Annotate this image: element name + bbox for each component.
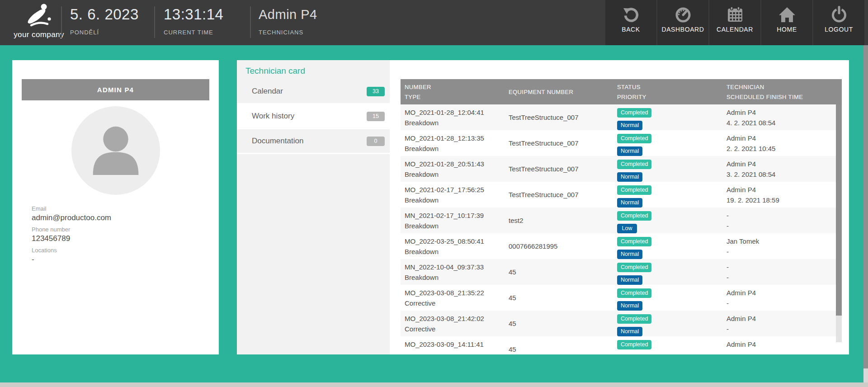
table-row[interactable]: MO_2021-02-17_17:56:25BreakdownTestTreeS… — [401, 182, 842, 208]
column-header-number-type: NUMBER TYPE — [401, 79, 505, 104]
cell-status-priority: CompletedNormal — [613, 104, 722, 130]
cell-status-priority: CompletedNormal — [613, 259, 722, 285]
column-header-line: TYPE — [405, 94, 505, 100]
table-row[interactable]: MO_2023-03-09_14:11:4145CompletedAdmin P… — [401, 336, 842, 354]
cell-technician-finish: Admin P44. 2. 2021 08:54 — [722, 104, 842, 130]
topbar-divider — [154, 6, 155, 38]
column-header-technician-finish: TECHNICIAN SCHEDULED FINISH TIME — [722, 79, 842, 104]
work-order-type: Breakdown — [405, 170, 505, 179]
page-vertical-scrollbar-thumb[interactable] — [863, 45, 868, 368]
work-order-type: Corrective — [405, 325, 505, 333]
work-order-type: Breakdown — [405, 222, 505, 230]
table-row[interactable]: MO_2021-01-28_12:13:35BreakdownTestTreeS… — [401, 130, 842, 156]
technician-name: Admin P4 — [726, 285, 842, 297]
scheduled-finish-time: 2. 2. 2021 10:45 — [726, 145, 842, 153]
cell-equipment-number: TestTreeStructuce_007 — [505, 104, 613, 130]
table-header: NUMBER TYPE EQUIPMENT NUMBER STATUS PRIO… — [401, 79, 842, 104]
current-time-label: CURRENT TIME — [164, 29, 213, 36]
menu-item-label: Calendar — [252, 87, 283, 96]
profile-field: Phone number123456789 — [32, 226, 111, 243]
work-order-number: MO_2023-03-08_21:42:02 — [405, 311, 505, 323]
home-label: HOME — [777, 26, 797, 33]
technician-detail-card: Technician card Calendar33Work history15… — [237, 60, 849, 354]
logout-button[interactable]: LOGOUT — [813, 0, 864, 45]
main-content: ADMIN P4 Emailadmin@productoo.comPhone n… — [0, 45, 863, 382]
scheduled-finish-time: 3. 2. 2021 08:54 — [726, 170, 842, 179]
home-button[interactable]: HOME — [761, 0, 812, 45]
technician-name: Admin P4 — [726, 182, 842, 194]
table-row[interactable]: MO_2023-03-08_21:42:02Corrective45Comple… — [401, 311, 842, 336]
avatar — [71, 106, 160, 195]
cell-number-type: MO_2023-03-09_14:11:41 — [401, 336, 505, 354]
work-order-number: MO_2023-03-08_21:35:22 — [405, 285, 505, 297]
priority-badge: Normal — [617, 146, 642, 156]
page-vertical-scrollbar[interactable] — [863, 45, 868, 382]
profile-field-value: 123456789 — [32, 234, 111, 243]
table-row[interactable]: MO_2021-01-28_12:04:41BreakdownTestTreeS… — [401, 104, 842, 130]
dashboard-button[interactable]: DASHBOARD — [657, 0, 708, 45]
menu-item-count-badge: 33 — [367, 87, 385, 96]
technician-name: Admin P4 — [726, 156, 842, 168]
column-header-equipment-number: EQUIPMENT NUMBER — [505, 79, 613, 104]
cell-number-type: MO_2022-03-25_08:50:41Breakdown — [401, 233, 505, 259]
company-logo-icon — [21, 3, 57, 28]
profile-field-label: Email — [32, 205, 111, 212]
menu-item-work-history[interactable]: Work history15 — [237, 104, 390, 129]
technician-name: - — [726, 208, 842, 220]
menu-list: Calendar33Work history15Documentation0 — [237, 80, 390, 154]
table-body: MO_2021-01-28_12:04:41BreakdownTestTreeS… — [401, 104, 842, 354]
cell-status-priority: CompletedNormal — [613, 156, 722, 182]
table-row[interactable]: MO_2023-03-08_21:35:22Corrective45Comple… — [401, 285, 842, 311]
cell-equipment-number: 45 — [505, 336, 613, 354]
person-icon — [87, 123, 144, 179]
page-subtitle: TECHNICIANS — [259, 29, 303, 36]
status-badge: Completed — [617, 288, 651, 298]
column-header-status-priority: STATUS PRIORITY — [613, 79, 722, 104]
cell-number-type: MN_2021-02-17_10:17:39Breakdown — [401, 208, 505, 233]
table-row[interactable]: MO_2021-01-28_20:51:43BreakdownTestTreeS… — [401, 156, 842, 182]
back-label: BACK — [622, 26, 640, 33]
menu-item-label: Documentation — [252, 137, 303, 146]
table-row[interactable]: MN_2022-10-04_09:37:33Breakdown45Complet… — [401, 259, 842, 285]
cell-status-priority: CompletedNormal — [613, 182, 722, 208]
calendar-button[interactable]: CALENDAR — [709, 0, 760, 45]
back-icon — [622, 5, 640, 24]
cell-technician-finish: Admin P4- — [722, 285, 842, 311]
profile-field: Emailadmin@productoo.com — [32, 205, 111, 222]
column-header-line: TECHNICIAN — [726, 84, 842, 90]
profile-fields: Emailadmin@productoo.comPhone number1234… — [32, 205, 111, 267]
table-scrollbar-thumb[interactable] — [836, 104, 842, 316]
cell-number-type: MO_2021-01-28_12:13:35Breakdown — [401, 130, 505, 156]
priority-badge: Normal — [617, 301, 642, 311]
cell-status-priority: CompletedNormal — [613, 130, 722, 156]
scheduled-finish-time: - — [726, 222, 842, 230]
cell-status-priority: CompletedNormal — [613, 311, 722, 336]
profile-card: ADMIN P4 Emailadmin@productoo.comPhone n… — [12, 60, 219, 354]
scheduled-finish-time: 19. 2. 2021 18:59 — [726, 196, 842, 204]
work-order-number: MN_2022-10-04_09:37:33 — [405, 259, 505, 271]
page-horizontal-scrollbar[interactable] — [0, 382, 868, 387]
status-badge: Completed — [617, 314, 651, 324]
table-row[interactable]: MN_2021-02-17_10:17:39Breakdowntest2Comp… — [401, 208, 842, 233]
profile-field: Locations- — [32, 246, 111, 264]
cell-number-type: MN_2022-10-04_09:37:33Breakdown — [401, 259, 505, 285]
table-row[interactable]: MO_2022-03-25_08:50:41Breakdown000766628… — [401, 233, 842, 259]
work-order-number: MO_2022-03-25_08:50:41 — [405, 233, 505, 245]
column-header-line: EQUIPMENT NUMBER — [509, 89, 613, 95]
profile-field-value: - — [32, 255, 111, 264]
column-header-line: STATUS — [617, 84, 722, 90]
cell-technician-finish: Admin P43. 2. 2021 08:54 — [722, 156, 842, 182]
scheduled-finish-time: - — [726, 325, 842, 333]
back-button[interactable]: BACK — [605, 0, 656, 45]
cell-equipment-number: 45 — [505, 311, 613, 336]
profile-field-label: Phone number — [32, 226, 111, 233]
menu-item-documentation[interactable]: Documentation0 — [237, 129, 390, 154]
work-order-number: MO_2021-01-28_12:04:41 — [405, 104, 505, 117]
cell-equipment-number: test2 — [505, 208, 613, 233]
cell-technician-finish: Admin P4- — [722, 311, 842, 336]
cell-number-type: MO_2021-02-17_17:56:25Breakdown — [401, 182, 505, 208]
top-nav: BACK DASHBOARD — [605, 0, 864, 45]
work-order-number: MO_2021-01-28_12:13:35 — [405, 130, 505, 142]
menu-item-calendar[interactable]: Calendar33 — [237, 80, 390, 104]
priority-badge: Normal — [617, 250, 642, 259]
